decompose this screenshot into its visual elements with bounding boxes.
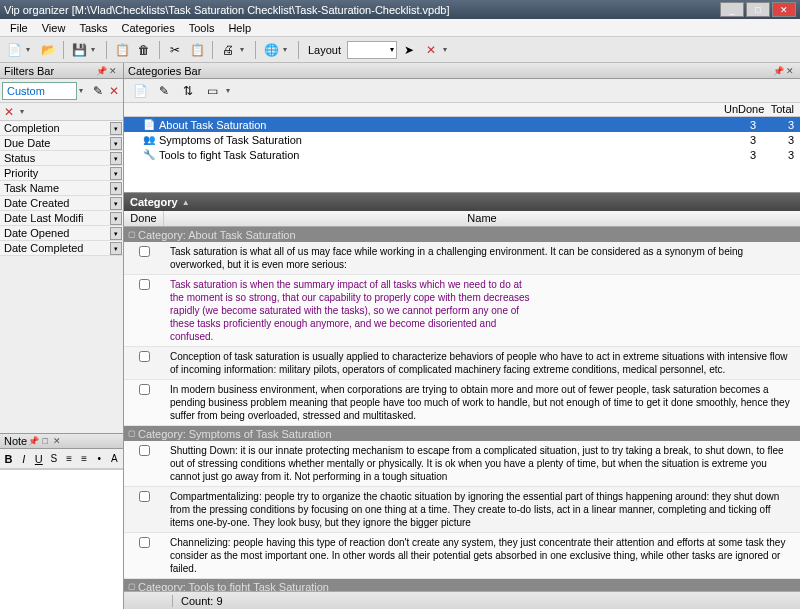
cat-filter-icon[interactable]: ▭: [202, 81, 222, 101]
group-row[interactable]: ▢Category: Symptoms of Task Saturation: [124, 426, 800, 441]
col-name[interactable]: Name: [164, 211, 800, 226]
collapse-icon[interactable]: ▢: [128, 230, 138, 239]
world-icon[interactable]: 🌐: [261, 40, 281, 60]
menu-tools[interactable]: Tools: [183, 20, 221, 36]
bullets-icon[interactable]: •: [93, 451, 106, 467]
menu-tasks[interactable]: Tasks: [73, 20, 113, 36]
filters-pin-icon[interactable]: 📌: [95, 65, 107, 77]
filter-preset-dropdown[interactable]: ▾: [79, 86, 89, 95]
filter-field[interactable]: Completion▾: [0, 121, 123, 136]
layout-select[interactable]: ▾: [347, 41, 397, 59]
chevron-down-icon[interactable]: ▾: [110, 167, 122, 180]
categories-close-icon[interactable]: ✕: [784, 65, 796, 77]
chevron-down-icon[interactable]: ▾: [110, 242, 122, 255]
collapse-icon[interactable]: ▢: [128, 429, 138, 438]
task-row[interactable]: Task saturation is what all of us may fa…: [124, 242, 800, 275]
paste-icon[interactable]: 📋: [187, 40, 207, 60]
align-left-icon[interactable]: ≡: [63, 451, 76, 467]
print-dropdown[interactable]: ▾: [240, 45, 250, 54]
group-row[interactable]: ▢Category: About Task Saturation: [124, 227, 800, 242]
chevron-down-icon[interactable]: ▾: [110, 137, 122, 150]
maximize-button[interactable]: □: [746, 2, 770, 17]
open-icon[interactable]: 📂: [38, 40, 58, 60]
save-icon[interactable]: 💾: [69, 40, 89, 60]
menu-categories[interactable]: Categories: [116, 20, 181, 36]
note-close-icon[interactable]: ✕: [51, 435, 63, 447]
chevron-down-icon[interactable]: ▾: [110, 197, 122, 210]
done-checkbox[interactable]: [139, 445, 150, 456]
tree-row[interactable]: 👥Symptoms of Task Saturation33: [124, 132, 800, 147]
cat-sort-icon[interactable]: ⇅: [178, 81, 198, 101]
done-checkbox[interactable]: [139, 246, 150, 257]
done-checkbox[interactable]: [139, 537, 150, 548]
chevron-down-icon[interactable]: ▾: [110, 152, 122, 165]
filter-x-icon[interactable]: ✕: [2, 105, 16, 119]
grid-body[interactable]: ▢Category: About Task SaturationTask sat…: [124, 227, 800, 591]
menu-view[interactable]: View: [36, 20, 72, 36]
cat-edit-icon[interactable]: ✎: [154, 81, 174, 101]
print-icon[interactable]: 🖨: [218, 40, 238, 60]
task-icon[interactable]: 📋: [112, 40, 132, 60]
col-total[interactable]: Total: [764, 103, 800, 116]
menu-help[interactable]: Help: [222, 20, 257, 36]
save-dropdown[interactable]: ▾: [91, 45, 101, 54]
cut-icon[interactable]: ✂: [165, 40, 185, 60]
col-undone[interactable]: UnDone: [724, 103, 764, 116]
filter-apply-icon[interactable]: ✎: [91, 84, 105, 98]
close-button[interactable]: ✕: [772, 2, 796, 17]
category-tree[interactable]: 📄About Task Saturation33👥Symptoms of Tas…: [124, 117, 800, 193]
filter-x-dropdown[interactable]: ▾: [20, 107, 30, 116]
task-row[interactable]: Channelizing: people having this type of…: [124, 533, 800, 579]
note-pin-icon[interactable]: 📌: [27, 435, 39, 447]
task-row[interactable]: Task saturation is when the summary impa…: [124, 275, 800, 347]
task-row[interactable]: In modern business environment, when cor…: [124, 380, 800, 426]
done-checkbox[interactable]: [139, 351, 150, 362]
task-row[interactable]: Conception of task saturation is usually…: [124, 347, 800, 380]
filter-clear-icon[interactable]: ✕: [107, 84, 121, 98]
chevron-down-icon[interactable]: ▾: [110, 122, 122, 135]
menu-file[interactable]: File: [4, 20, 34, 36]
color-icon[interactable]: A: [108, 451, 121, 467]
filter-field[interactable]: Priority▾: [0, 166, 123, 181]
filter-field[interactable]: Status▾: [0, 151, 123, 166]
bold-icon[interactable]: B: [2, 451, 15, 467]
chevron-down-icon[interactable]: ▾: [110, 212, 122, 225]
col-done[interactable]: Done: [124, 211, 164, 226]
new-icon[interactable]: 📄: [4, 40, 24, 60]
filters-close-icon[interactable]: ✕: [107, 65, 119, 77]
filter-field[interactable]: Date Completed▾: [0, 241, 123, 256]
filter-preset-select[interactable]: Custom: [2, 82, 77, 100]
strike-icon[interactable]: S: [47, 451, 60, 467]
collapse-icon[interactable]: ▢: [128, 582, 138, 591]
group-bar[interactable]: Category ▲: [124, 193, 800, 211]
categories-pin-icon[interactable]: 📌: [772, 65, 784, 77]
filter-field[interactable]: Due Date▾: [0, 136, 123, 151]
italic-icon[interactable]: I: [17, 451, 30, 467]
task-row[interactable]: Shutting Down: it is our innate protecti…: [124, 441, 800, 487]
align-center-icon[interactable]: ≡: [78, 451, 91, 467]
layout-del-dropdown[interactable]: ▾: [443, 45, 453, 54]
underline-icon[interactable]: U: [32, 451, 45, 467]
filter-field[interactable]: Date Opened▾: [0, 226, 123, 241]
done-checkbox[interactable]: [139, 384, 150, 395]
group-row[interactable]: ▢Category: Tools to fight Task Saturatio…: [124, 579, 800, 591]
tree-row[interactable]: 🔧Tools to fight Task Saturation33: [124, 147, 800, 162]
new-dropdown[interactable]: ▾: [26, 45, 36, 54]
tree-row[interactable]: 📄About Task Saturation33: [124, 117, 800, 132]
done-checkbox[interactable]: [139, 491, 150, 502]
filter-field[interactable]: Date Created▾: [0, 196, 123, 211]
filter-field[interactable]: Date Last Modifi▾: [0, 211, 123, 226]
filter-field[interactable]: Task Name▾: [0, 181, 123, 196]
minimize-button[interactable]: _: [720, 2, 744, 17]
world-dropdown[interactable]: ▾: [283, 45, 293, 54]
note-textarea[interactable]: [0, 469, 123, 609]
chevron-down-icon[interactable]: ▾: [110, 182, 122, 195]
cat-new-icon[interactable]: 📄: [130, 81, 150, 101]
layout-apply-icon[interactable]: ➤: [399, 40, 419, 60]
delete-icon[interactable]: 🗑: [134, 40, 154, 60]
chevron-down-icon[interactable]: ▾: [110, 227, 122, 240]
note-max-icon[interactable]: □: [39, 435, 51, 447]
layout-delete-icon[interactable]: ✕: [421, 40, 441, 60]
done-checkbox[interactable]: [139, 279, 150, 290]
task-row[interactable]: Compartmentalizing: people try to organi…: [124, 487, 800, 533]
